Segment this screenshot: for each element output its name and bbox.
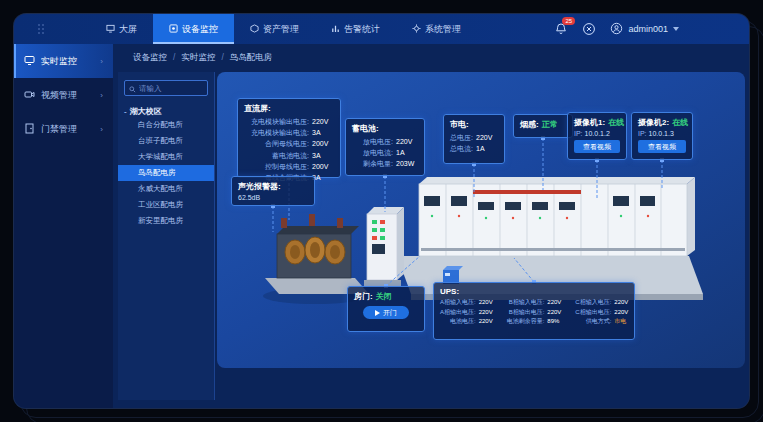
chevron-right-icon: › [100,57,103,66]
chevron-right-icon: › [100,91,103,100]
top-navbar: 大屏 设备监控 资产管理 告警统计 系统管理 [14,14,749,44]
gear-icon [412,24,421,35]
open-door-button[interactable]: 开门 [363,306,409,319]
tree-item[interactable]: 永威大配电所 [124,181,208,197]
tree-search [124,80,208,96]
breadcrumb-item[interactable]: 实时监控 [181,52,215,64]
tree-item[interactable]: 大学城配电所 [124,149,208,165]
breadcrumb-separator: / [173,52,175,64]
nav-tabs: 大屏 设备监控 资产管理 告警统计 系统管理 [90,14,477,44]
tab-label: 告警统计 [344,23,380,36]
tab-label: 资产管理 [263,23,299,36]
tab-label: 系统管理 [425,23,461,36]
breadcrumb-separator: / [221,52,223,64]
door-panel: 房门:关闭 开门 [347,286,425,332]
view-video-button[interactable]: 查看视频 [638,140,686,153]
camera1-status: 在线 [608,118,624,127]
user-menu[interactable]: admin001 [610,22,679,37]
user-name: admin001 [628,24,668,34]
tree-item[interactable]: 工业区配电房 [124,197,208,213]
ups-phase-a: A相输入电压:220V A相输出电压:220V 电池电压:220V [440,298,501,327]
camera2-ip: 10.0.1.3 [649,130,674,137]
panel-title: UPS: [440,287,628,296]
bar-chart-icon [331,24,340,35]
chevron-right-icon: › [100,125,103,134]
ups-phase-c: C相输入电压:220V C相输出电压:220V 供电方式:市电 [575,298,636,327]
navbar-right: 25 admin001 [554,22,749,37]
panel-title: 摄像机2: [638,118,669,127]
sound-light-alarm-panel: 声光报警器: 62.5dB [231,176,315,206]
alarm-value: 62.5dB [238,194,308,201]
tab-system[interactable]: 系统管理 [396,14,477,44]
app-window: 大屏 设备监控 资产管理 告警统计 系统管理 [14,14,749,408]
sidebar-item-access-control[interactable]: 门禁管理 › [14,112,113,146]
sidebar-item-label: 实时监控 [41,55,77,68]
tab-label: 大屏 [119,23,137,36]
sidebar-item-realtime-monitor[interactable]: 实时监控 › [14,44,113,78]
tree-item[interactable]: 台班子配电所 [124,133,208,149]
breadcrumb-item-current: 鸟岛配电房 [230,52,273,64]
room-monitor-panel: 直流屏: 充电模块输出电压:220V 充电模块输出电流:3A 合闸母线电压:20… [217,72,745,368]
search-icon [129,79,136,97]
notification-badge: 25 [562,17,575,25]
tree-item-selected[interactable]: 鸟岛配电房 [118,165,214,181]
panel-title: 声光报警器: [238,181,308,192]
camera1-panel: 摄像机1:在线 IP: 10.0.1.2 查看视频 [567,112,627,160]
camera2-status: 在线 [672,118,688,127]
camera2-panel: 摄像机2:在线 IP: 10.0.1.3 查看视频 [631,112,693,160]
avatar-icon [610,22,623,37]
tab-assets[interactable]: 资产管理 [234,14,315,44]
breadcrumb-item[interactable]: 设备监控 [133,52,167,64]
ups-supply-mode: 市电 [614,317,636,327]
door-status: 关闭 [376,292,392,301]
sidebar-item-label: 视频管理 [41,89,77,102]
station-tree-panel: -湖大校区 白合分配电所 台班子配电所 大学城配电所 鸟岛配电房 永威大配电所 … [118,72,215,400]
page-background: 大屏 设备监控 资产管理 告警统计 系统管理 [0,0,763,422]
dc-screen-panel: 直流屏: 充电模块输出电压:220V 充电模块输出电流:3A 合闸母线电压:20… [237,98,341,178]
tab-dashboard[interactable]: 大屏 [90,14,153,44]
device-monitor-icon [169,24,178,35]
battery-panel: 蓄电池: 放电电压:220V 放电电流:1A 剩余电量:203W [345,118,425,176]
panel-title: 房门: [354,292,373,301]
smoke-sensor-panel: 烟感:正常 [513,114,573,138]
arrow-icon [375,310,380,316]
door-icon [24,123,35,136]
search-input[interactable] [139,84,203,93]
panel-title: 蓄电池: [352,123,418,134]
content-area: 设备监控 / 实时监控 / 鸟岛配电房 -湖大校区 白合分配电所 台班子配电所 … [113,44,749,408]
tree-item[interactable]: 新安里配电房 [124,213,208,229]
tree-root-node[interactable]: -湖大校区 [124,106,208,117]
scene-tall-cabinet [364,207,404,286]
ups-phase-b: B相输入电压:220V B相输出电压:220V 电池剩余容量:89% [507,298,570,327]
ip-label: IP: [638,130,647,137]
breadcrumb: 设备监控 / 实时监控 / 鸟岛配电房 [133,52,272,64]
sidebar-item-label: 门禁管理 [41,123,77,136]
tree-collapse-icon: - [124,107,127,116]
panel-title: 烟感: [520,120,539,129]
camera-icon [24,89,35,102]
ups-panel: UPS: A相输入电压:220V A相输出电压:220V 电池电压:220V B… [433,282,635,340]
mains-power-panel: 市电: 总电压:220V 总电流:1A [443,114,505,164]
camera1-ip: 10.0.1.2 [585,130,610,137]
panel-title: 摄像机1: [574,118,605,127]
scene-cabinet-row [419,184,687,256]
panel-title: 直流屏: [244,103,334,114]
sidebar-item-video-manage[interactable]: 视频管理 › [14,78,113,112]
chevron-down-icon [673,27,679,31]
monitor-icon [24,55,35,68]
tab-alarm-stats[interactable]: 告警统计 [315,14,396,44]
panel-title: 市电: [450,119,498,130]
view-video-button[interactable]: 查看视频 [574,140,620,153]
asset-box-icon [250,24,259,35]
drag-handle-icon [38,24,48,34]
left-sidebar: 实时监控 › 视频管理 › 门禁管理 › [14,44,113,408]
ip-label: IP: [574,130,583,137]
tab-device-monitor[interactable]: 设备监控 [153,14,234,44]
tree-item[interactable]: 白合分配电所 [124,117,208,133]
screen-icon [106,24,115,35]
fullscreen-icon[interactable] [582,22,596,36]
smoke-status: 正常 [542,120,558,129]
notification-bell-icon[interactable]: 25 [554,22,568,36]
tab-label: 设备监控 [182,23,218,36]
